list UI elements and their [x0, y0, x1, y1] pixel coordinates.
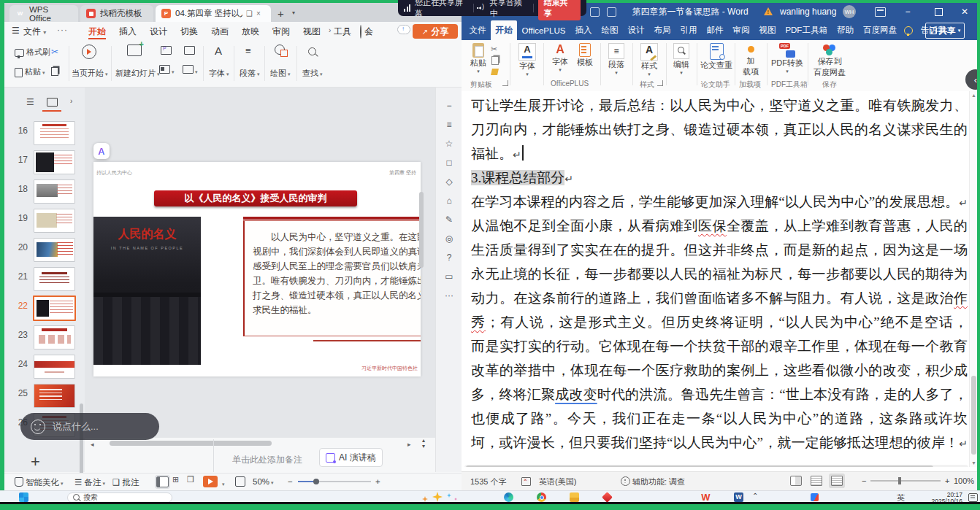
- slide-thumbnail-22[interactable]: 22: [4, 294, 85, 323]
- doc-line-2[interactable]: 刀刃向内，才能锤炼出铁打之身、锻造过硬本领，真正以人民的名义谋求民生的: [471, 117, 968, 142]
- search-icon[interactable]: [360, 26, 361, 39]
- zoom-percent[interactable]: 100%: [954, 476, 974, 485]
- normal-view-icon[interactable]: [156, 476, 169, 487]
- doc-line-3[interactable]: 福祉。↵: [471, 142, 968, 166]
- word-tab-设计[interactable]: 设计: [623, 20, 649, 40]
- comment-icon[interactable]: ▭: [436, 271, 462, 282]
- wps-menu-item-1[interactable]: 插入: [112, 22, 143, 40]
- menu-overflow-icon[interactable]: ›: [329, 26, 331, 34]
- zoom-in-icon[interactable]: +: [945, 476, 949, 485]
- font-group-button[interactable]: A 字体▾: [514, 43, 540, 77]
- format-painter-button[interactable]: 格式刷: [15, 47, 50, 58]
- cut-icon[interactable]: ✂: [491, 45, 497, 54]
- slide-thumb-image[interactable]: [34, 355, 75, 379]
- add-slide-button[interactable]: +: [31, 452, 40, 471]
- doc-line-11[interactable]: 而是实打实的行动。它体现在每一个扶贫干部的艰辛工作里，体现在每一个教育: [471, 334, 968, 358]
- taskbar-app-diamond[interactable]: [602, 492, 613, 503]
- slide-thumb-image[interactable]: [34, 325, 75, 349]
- word-tab-插入[interactable]: 插入: [570, 20, 597, 40]
- slide-title-banner[interactable]: 以《人民的名义》接受人民的审判: [154, 190, 357, 206]
- wps-menu-item-4[interactable]: 动画: [204, 22, 235, 40]
- word-share-button[interactable]: 共享 ▾: [925, 23, 965, 39]
- doc-line-15[interactable]: 坷，或许漫长，但只要我们坚持“以人民为中心”，就一定能够抵达理想的彼岸！↵: [471, 430, 968, 455]
- word-tab-帮助[interactable]: 帮助: [832, 20, 858, 40]
- doc-line-7[interactable]: 生活质量得到了实实在在的提升。但这并非终点，而是新的起点，因为这是一场: [471, 238, 968, 262]
- ribbon-display-options-icon[interactable]: [875, 7, 886, 17]
- cut-icon[interactable]: ✂: [51, 47, 58, 57]
- taskbar-app-edge[interactable]: [504, 492, 513, 502]
- new-tab-button[interactable]: +: [277, 7, 284, 20]
- paragraph-group-button[interactable]: ≡ 段落▾: [603, 43, 629, 76]
- slide-thumb-image[interactable]: [34, 209, 75, 233]
- save-to-baidu-button[interactable]: 保存到 百度网盘: [811, 43, 849, 78]
- maximize-button[interactable]: [926, 3, 951, 20]
- notes-toggle-button[interactable]: ☰ 备注▾: [74, 477, 105, 488]
- cloud-upload-icon[interactable]: [397, 25, 410, 34]
- section-dropdown-icon[interactable]: ▾: [183, 65, 198, 75]
- play-from-current-icon[interactable]: [82, 45, 96, 61]
- slide-thumb-image[interactable]: [34, 384, 75, 408]
- slide-thumbnail-24[interactable]: 24: [4, 352, 85, 382]
- slide-thumbnail-21[interactable]: 21: [4, 265, 85, 294]
- styles-group-button[interactable]: A 样式▾: [635, 43, 663, 77]
- meeting-chat-toast[interactable]: 说点什么...: [20, 413, 159, 440]
- word-tab-审阅[interactable]: 审阅: [728, 20, 754, 40]
- collapse-icon[interactable]: −: [436, 101, 462, 111]
- lightbulb-icon[interactable]: [904, 26, 913, 35]
- notification-center-icon[interactable]: [968, 493, 978, 502]
- zoom-slider[interactable]: [298, 481, 371, 482]
- word-tab-视图[interactable]: 视图: [754, 20, 781, 40]
- avatar[interactable]: WH: [843, 5, 856, 18]
- zoom-out-icon[interactable]: −: [862, 476, 866, 485]
- slide-sorter-icon[interactable]: ⊞: [172, 475, 183, 484]
- find-button[interactable]: 查找▾: [302, 68, 323, 79]
- taskbar-app-chrome[interactable]: [537, 492, 546, 502]
- beautify-icon[interactable]: ◇: [436, 177, 462, 187]
- outline-view-icon[interactable]: ☰: [26, 97, 34, 107]
- hscroll-thumb[interactable]: [110, 441, 272, 446]
- wps-home-tab[interactable]: W WPS Office: [9, 5, 78, 22]
- paste-button[interactable]: 粘贴▾: [466, 43, 491, 74]
- word-count[interactable]: 1535 个字: [470, 476, 507, 487]
- doc-line-5[interactable]: 在学习本课程的内容之后，学生能够更加深入理解“以人民为中心”的发展思想。↵: [471, 190, 968, 214]
- wps-share-button[interactable]: ↗ 分享: [413, 24, 458, 39]
- new-slide-icon[interactable]: [127, 45, 142, 58]
- copy-icon[interactable]: [51, 66, 58, 76]
- scroll-thumb[interactable]: [971, 376, 976, 455]
- start-button[interactable]: [19, 492, 28, 502]
- addins-button[interactable]: 加 载项: [738, 45, 764, 77]
- wps-menu-item-5[interactable]: 放映: [235, 22, 266, 40]
- doc-line-4[interactable]: 3.课程总结部分↵: [471, 166, 968, 190]
- zoom-level-button[interactable]: 50%▾: [253, 477, 274, 486]
- wps-menu-item-6[interactable]: 审阅: [266, 22, 296, 40]
- accessibility-status[interactable]: 辅助功能: 调查: [632, 476, 685, 487]
- sidebar-collapse-button[interactable]: ‹: [965, 69, 977, 90]
- doc-line-9[interactable]: 动力。在这条前行的道路上，我们曾面临诸多不解与阻力。有人说，这是政治作: [471, 286, 968, 310]
- wps-document-tab[interactable]: 04.第四章 坚持以人民为 ❑ ×: [156, 5, 271, 22]
- template-button[interactable]: 模板: [573, 43, 597, 68]
- slide-thumb-image[interactable]: [34, 179, 75, 204]
- word-tab-百度网盘[interactable]: 百度网盘: [858, 20, 901, 40]
- zoom-out-icon[interactable]: −: [288, 477, 293, 486]
- zoom-slider[interactable]: [870, 480, 941, 482]
- slide-thumb-image[interactable]: [33, 295, 76, 321]
- sign-icon[interactable]: ✎: [436, 215, 462, 225]
- word-tab-OfficePLUS[interactable]: OfficePLUS: [517, 22, 570, 39]
- styles-dialog-launcher[interactable]: [657, 80, 663, 86]
- more-icon[interactable]: ···: [436, 290, 462, 301]
- new-slide-button[interactable]: 新建幻灯片▾: [115, 68, 160, 79]
- play-options-caret[interactable]: ▾: [221, 479, 225, 487]
- collapse-panel-icon[interactable]: ›: [70, 97, 72, 105]
- ai-assistant-icon[interactable]: A: [93, 143, 110, 159]
- read-mode-icon[interactable]: [790, 476, 802, 486]
- slideshow-play-button[interactable]: [203, 476, 218, 487]
- hscroll-left-icon[interactable]: ◂: [91, 441, 94, 448]
- reset-slide-icon[interactable]: [184, 46, 195, 56]
- slide-thumb-image[interactable]: [34, 121, 75, 145]
- notes-placeholder[interactable]: 单击此处添加备注: [232, 454, 302, 466]
- properties-icon[interactable]: ≡: [436, 120, 462, 130]
- format-painter-icon[interactable]: [491, 68, 498, 77]
- fullscreen-icon[interactable]: [235, 476, 245, 487]
- wps-menu-item-7[interactable]: 视图: [296, 22, 327, 40]
- taskbar-app-word[interactable]: W: [734, 492, 743, 502]
